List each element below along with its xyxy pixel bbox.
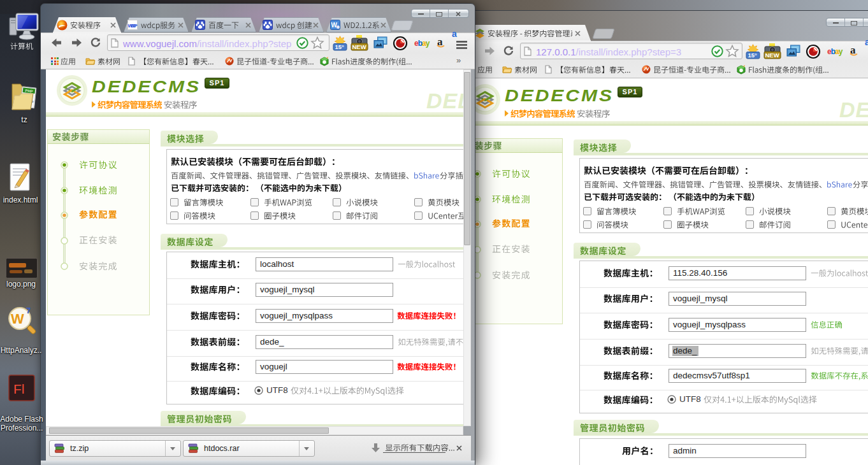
svg-text:W: W — [11, 311, 24, 327]
svg-text:PHP: PHP — [25, 89, 33, 93]
svg-text:W: W — [331, 22, 338, 29]
svg-text:NEW: NEW — [765, 52, 779, 59]
svg-text:WDCP: WDCP — [128, 23, 138, 29]
svg-text:15°: 15° — [748, 52, 758, 59]
svg-text:Fl: Fl — [13, 382, 25, 396]
svg-text:NEW: NEW — [352, 43, 366, 50]
svg-text:15°: 15° — [335, 43, 345, 50]
svg-text:7: 7 — [26, 306, 31, 315]
